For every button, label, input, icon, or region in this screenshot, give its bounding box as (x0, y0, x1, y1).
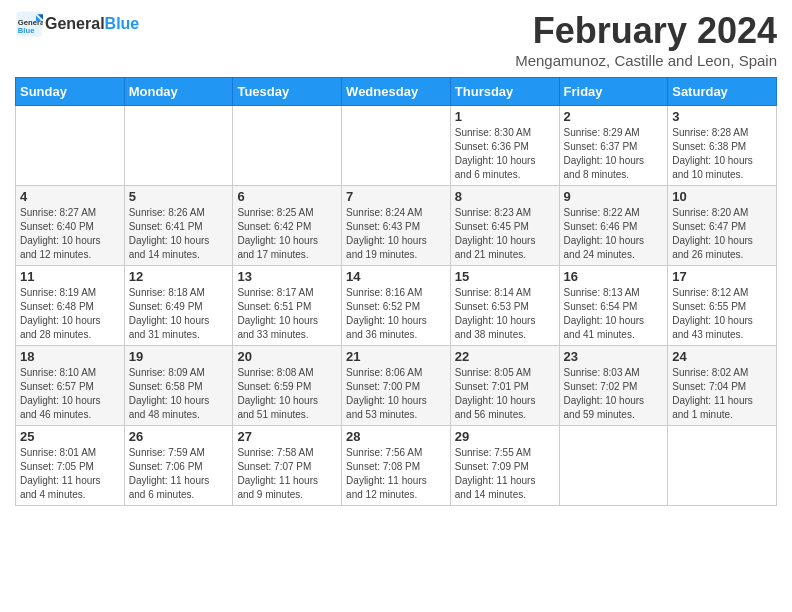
day-number: 8 (455, 189, 555, 204)
calendar-week-row: 4Sunrise: 8:27 AM Sunset: 6:40 PM Daylig… (16, 186, 777, 266)
day-info: Sunrise: 8:24 AM Sunset: 6:43 PM Dayligh… (346, 206, 446, 262)
day-info: Sunrise: 8:25 AM Sunset: 6:42 PM Dayligh… (237, 206, 337, 262)
calendar-day-header: Thursday (450, 78, 559, 106)
day-number: 18 (20, 349, 120, 364)
day-info: Sunrise: 8:09 AM Sunset: 6:58 PM Dayligh… (129, 366, 229, 422)
calendar-cell: 5Sunrise: 8:26 AM Sunset: 6:41 PM Daylig… (124, 186, 233, 266)
day-info: Sunrise: 8:17 AM Sunset: 6:51 PM Dayligh… (237, 286, 337, 342)
calendar-cell: 21Sunrise: 8:06 AM Sunset: 7:00 PM Dayli… (342, 346, 451, 426)
calendar-week-row: 25Sunrise: 8:01 AM Sunset: 7:05 PM Dayli… (16, 426, 777, 506)
day-number: 28 (346, 429, 446, 444)
logo: General Blue General Blue (15, 10, 139, 38)
calendar-cell: 19Sunrise: 8:09 AM Sunset: 6:58 PM Dayli… (124, 346, 233, 426)
day-number: 26 (129, 429, 229, 444)
calendar-week-row: 1Sunrise: 8:30 AM Sunset: 6:36 PM Daylig… (16, 106, 777, 186)
calendar-cell: 26Sunrise: 7:59 AM Sunset: 7:06 PM Dayli… (124, 426, 233, 506)
day-info: Sunrise: 7:56 AM Sunset: 7:08 PM Dayligh… (346, 446, 446, 502)
calendar-day-header: Saturday (668, 78, 777, 106)
calendar-cell: 15Sunrise: 8:14 AM Sunset: 6:53 PM Dayli… (450, 266, 559, 346)
calendar-cell: 18Sunrise: 8:10 AM Sunset: 6:57 PM Dayli… (16, 346, 125, 426)
calendar-cell: 10Sunrise: 8:20 AM Sunset: 6:47 PM Dayli… (668, 186, 777, 266)
calendar-cell: 17Sunrise: 8:12 AM Sunset: 6:55 PM Dayli… (668, 266, 777, 346)
day-info: Sunrise: 8:16 AM Sunset: 6:52 PM Dayligh… (346, 286, 446, 342)
day-number: 10 (672, 189, 772, 204)
day-number: 5 (129, 189, 229, 204)
subtitle: Mengamunoz, Castille and Leon, Spain (515, 52, 777, 69)
calendar-cell: 7Sunrise: 8:24 AM Sunset: 6:43 PM Daylig… (342, 186, 451, 266)
calendar-cell: 25Sunrise: 8:01 AM Sunset: 7:05 PM Dayli… (16, 426, 125, 506)
day-number: 19 (129, 349, 229, 364)
day-info: Sunrise: 8:29 AM Sunset: 6:37 PM Dayligh… (564, 126, 664, 182)
day-info: Sunrise: 8:26 AM Sunset: 6:41 PM Dayligh… (129, 206, 229, 262)
calendar-cell: 13Sunrise: 8:17 AM Sunset: 6:51 PM Dayli… (233, 266, 342, 346)
calendar-cell: 16Sunrise: 8:13 AM Sunset: 6:54 PM Dayli… (559, 266, 668, 346)
day-number: 9 (564, 189, 664, 204)
calendar-day-header: Sunday (16, 78, 125, 106)
day-number: 13 (237, 269, 337, 284)
calendar-cell: 12Sunrise: 8:18 AM Sunset: 6:49 PM Dayli… (124, 266, 233, 346)
calendar-cell: 20Sunrise: 8:08 AM Sunset: 6:59 PM Dayli… (233, 346, 342, 426)
calendar-cell (233, 106, 342, 186)
logo-icon: General Blue (15, 10, 43, 38)
calendar-cell: 6Sunrise: 8:25 AM Sunset: 6:42 PM Daylig… (233, 186, 342, 266)
calendar-cell: 1Sunrise: 8:30 AM Sunset: 6:36 PM Daylig… (450, 106, 559, 186)
day-info: Sunrise: 8:01 AM Sunset: 7:05 PM Dayligh… (20, 446, 120, 502)
calendar-cell (559, 426, 668, 506)
calendar-cell (342, 106, 451, 186)
calendar-day-header: Wednesday (342, 78, 451, 106)
logo-text-blue: Blue (105, 15, 140, 33)
day-info: Sunrise: 8:02 AM Sunset: 7:04 PM Dayligh… (672, 366, 772, 422)
day-number: 1 (455, 109, 555, 124)
day-number: 16 (564, 269, 664, 284)
day-info: Sunrise: 8:28 AM Sunset: 6:38 PM Dayligh… (672, 126, 772, 182)
calendar-cell: 27Sunrise: 7:58 AM Sunset: 7:07 PM Dayli… (233, 426, 342, 506)
calendar-cell: 28Sunrise: 7:56 AM Sunset: 7:08 PM Dayli… (342, 426, 451, 506)
day-number: 20 (237, 349, 337, 364)
day-number: 25 (20, 429, 120, 444)
calendar-cell (16, 106, 125, 186)
calendar-cell: 9Sunrise: 8:22 AM Sunset: 6:46 PM Daylig… (559, 186, 668, 266)
day-number: 17 (672, 269, 772, 284)
day-number: 12 (129, 269, 229, 284)
day-info: Sunrise: 7:59 AM Sunset: 7:06 PM Dayligh… (129, 446, 229, 502)
logo-text-general: General (45, 15, 105, 33)
calendar-cell: 24Sunrise: 8:02 AM Sunset: 7:04 PM Dayli… (668, 346, 777, 426)
day-info: Sunrise: 8:19 AM Sunset: 6:48 PM Dayligh… (20, 286, 120, 342)
day-info: Sunrise: 7:55 AM Sunset: 7:09 PM Dayligh… (455, 446, 555, 502)
calendar-week-row: 18Sunrise: 8:10 AM Sunset: 6:57 PM Dayli… (16, 346, 777, 426)
day-info: Sunrise: 8:05 AM Sunset: 7:01 PM Dayligh… (455, 366, 555, 422)
calendar-day-header: Monday (124, 78, 233, 106)
day-info: Sunrise: 8:20 AM Sunset: 6:47 PM Dayligh… (672, 206, 772, 262)
day-number: 6 (237, 189, 337, 204)
day-info: Sunrise: 8:27 AM Sunset: 6:40 PM Dayligh… (20, 206, 120, 262)
day-number: 23 (564, 349, 664, 364)
day-number: 3 (672, 109, 772, 124)
day-info: Sunrise: 8:14 AM Sunset: 6:53 PM Dayligh… (455, 286, 555, 342)
day-info: Sunrise: 8:10 AM Sunset: 6:57 PM Dayligh… (20, 366, 120, 422)
svg-text:Blue: Blue (18, 26, 35, 35)
calendar-cell (668, 426, 777, 506)
title-block: February 2024 Mengamunoz, Castille and L… (515, 10, 777, 69)
day-info: Sunrise: 8:03 AM Sunset: 7:02 PM Dayligh… (564, 366, 664, 422)
day-info: Sunrise: 8:18 AM Sunset: 6:49 PM Dayligh… (129, 286, 229, 342)
calendar-cell: 4Sunrise: 8:27 AM Sunset: 6:40 PM Daylig… (16, 186, 125, 266)
day-info: Sunrise: 8:30 AM Sunset: 6:36 PM Dayligh… (455, 126, 555, 182)
calendar-cell (124, 106, 233, 186)
day-info: Sunrise: 8:13 AM Sunset: 6:54 PM Dayligh… (564, 286, 664, 342)
day-number: 21 (346, 349, 446, 364)
day-info: Sunrise: 8:06 AM Sunset: 7:00 PM Dayligh… (346, 366, 446, 422)
day-info: Sunrise: 8:23 AM Sunset: 6:45 PM Dayligh… (455, 206, 555, 262)
calendar-week-row: 11Sunrise: 8:19 AM Sunset: 6:48 PM Dayli… (16, 266, 777, 346)
day-number: 15 (455, 269, 555, 284)
calendar: SundayMondayTuesdayWednesdayThursdayFrid… (15, 77, 777, 506)
calendar-cell: 29Sunrise: 7:55 AM Sunset: 7:09 PM Dayli… (450, 426, 559, 506)
day-number: 22 (455, 349, 555, 364)
day-number: 24 (672, 349, 772, 364)
calendar-cell: 8Sunrise: 8:23 AM Sunset: 6:45 PM Daylig… (450, 186, 559, 266)
day-number: 4 (20, 189, 120, 204)
day-number: 29 (455, 429, 555, 444)
day-number: 11 (20, 269, 120, 284)
calendar-cell: 14Sunrise: 8:16 AM Sunset: 6:52 PM Dayli… (342, 266, 451, 346)
calendar-day-header: Friday (559, 78, 668, 106)
calendar-cell: 22Sunrise: 8:05 AM Sunset: 7:01 PM Dayli… (450, 346, 559, 426)
